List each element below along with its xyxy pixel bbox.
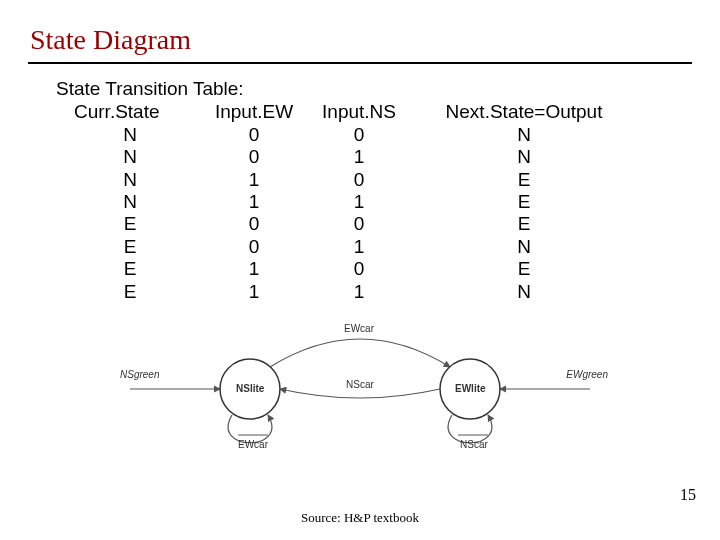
table-row: E 0 0 E	[56, 213, 634, 235]
state-transition-table: State Transition Table: Curr.State Input…	[56, 78, 692, 303]
edge-label-ewcar-top: EWcar	[344, 323, 374, 334]
edge-label-ewcar-self: EWcar	[238, 439, 268, 450]
cell: 0	[204, 124, 304, 146]
cell: N	[56, 191, 204, 213]
label-ewgreen: EWgreen	[566, 369, 608, 380]
cell: E	[414, 169, 634, 191]
title-rule	[28, 62, 692, 64]
cell: 0	[304, 124, 414, 146]
node-nslite: NSlite	[236, 383, 264, 394]
cell: N	[414, 236, 634, 258]
state-diagram: NSgreen EWgreen NSlite EWlite EWcar NSca…	[100, 317, 620, 457]
cell: E	[56, 213, 204, 235]
source-credit: Source: H&P textbook	[0, 510, 720, 526]
col-input-ew: Input.EW	[204, 101, 304, 123]
cell: 1	[304, 146, 414, 168]
cell: 0	[204, 236, 304, 258]
node-ewlite: EWlite	[455, 383, 486, 394]
cell: 0	[304, 258, 414, 280]
state-table: Curr.State Input.EW Input.NS Next.State=…	[56, 101, 634, 303]
cell: 0	[204, 146, 304, 168]
cell: N	[56, 146, 204, 168]
cell: 1	[304, 281, 414, 303]
table-row: E 1 1 N	[56, 281, 634, 303]
cell: E	[414, 258, 634, 280]
cell: E	[414, 191, 634, 213]
cell: 0	[204, 213, 304, 235]
cell: 0	[304, 169, 414, 191]
table-row: N 0 0 N	[56, 124, 634, 146]
table-row: N 0 1 N	[56, 146, 634, 168]
cell: 1	[204, 191, 304, 213]
page-number: 15	[680, 486, 696, 504]
cell: N	[414, 124, 634, 146]
cell: 1	[204, 169, 304, 191]
cell: 1	[204, 258, 304, 280]
col-next-state: Next.State=Output	[414, 101, 634, 123]
table-row: N 1 0 E	[56, 169, 634, 191]
table-header-row: Curr.State Input.EW Input.NS Next.State=…	[56, 101, 634, 123]
cell: E	[56, 258, 204, 280]
cell: 0	[304, 213, 414, 235]
cell: E	[56, 236, 204, 258]
cell: N	[56, 124, 204, 146]
label-nsgreen: NSgreen	[120, 369, 159, 380]
cell: 1	[204, 281, 304, 303]
cell: N	[414, 281, 634, 303]
cell: 1	[304, 236, 414, 258]
cell: 1	[304, 191, 414, 213]
col-input-ns: Input.NS	[304, 101, 414, 123]
col-curr-state: Curr.State	[56, 101, 204, 123]
table-row: E 1 0 E	[56, 258, 634, 280]
table-row: E 0 1 N	[56, 236, 634, 258]
edge-label-nscar-self: NScar	[460, 439, 488, 450]
table-row: N 1 1 E	[56, 191, 634, 213]
cell: E	[414, 213, 634, 235]
cell: N	[414, 146, 634, 168]
slide-title: State Diagram	[30, 24, 692, 56]
cell: E	[56, 281, 204, 303]
edge-label-nscar-mid: NScar	[346, 379, 374, 390]
table-caption: State Transition Table:	[56, 78, 692, 100]
cell: N	[56, 169, 204, 191]
